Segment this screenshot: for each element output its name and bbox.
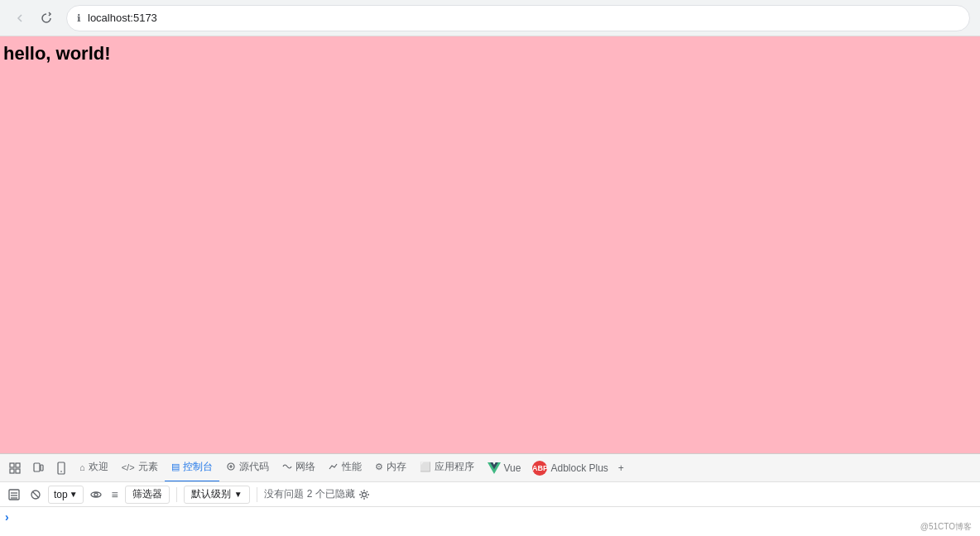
separator-2 — [257, 487, 257, 502]
svg-point-17 — [362, 492, 366, 496]
tab-application-label: 应用程序 — [435, 460, 474, 474]
tab-sources[interactable]: 源代码 — [219, 454, 276, 482]
filter-icon: ≡ — [112, 488, 118, 501]
filter-label: 筛选器 — [132, 487, 162, 501]
console-prompt-area: › — [0, 507, 980, 527]
tab-network[interactable]: 网络 — [276, 454, 322, 482]
device-toolbar-button[interactable] — [26, 457, 50, 480]
console-settings-icon[interactable] — [358, 489, 370, 500]
svg-rect-0 — [10, 463, 14, 467]
nav-buttons — [10, 8, 56, 28]
eye-button[interactable] — [87, 486, 105, 504]
tab-memory-label: 内存 — [387, 460, 406, 474]
browser-chrome: ℹ — [0, 0, 980, 36]
tab-performance[interactable]: 性能 — [322, 454, 368, 482]
plus-icon: + — [618, 462, 624, 474]
vue-icon — [488, 462, 501, 475]
svg-rect-3 — [16, 469, 20, 473]
address-input[interactable] — [88, 12, 959, 24]
address-bar-container[interactable]: ℹ — [66, 5, 970, 31]
filter-input[interactable]: 筛选器 — [125, 486, 170, 504]
clear-console-button[interactable] — [5, 486, 23, 504]
separator-1 — [176, 487, 177, 502]
tab-memory[interactable]: ⚙ 内存 — [368, 454, 413, 482]
no-issues-label: 没有问题 — [264, 487, 304, 501]
svg-point-16 — [94, 493, 98, 496]
level-filter-label: 默认级别 — [191, 487, 231, 501]
svg-rect-5 — [41, 465, 43, 471]
more-tabs-button[interactable]: + — [613, 454, 629, 482]
sources-tab-icon — [226, 462, 236, 473]
svg-line-14 — [32, 491, 39, 498]
elements-tab-icon: </> — [122, 462, 135, 472]
page-content: hello, world! — [0, 36, 980, 453]
prompt-arrow-icon: › — [5, 510, 9, 524]
devtools-tabs-bar: ⌂ 欢迎 </> 元素 ▤ 控制台 源代码 — [0, 454, 980, 482]
watermark: @51CTO博客 — [920, 521, 972, 533]
svg-rect-4 — [34, 463, 40, 471]
inspect-element-button[interactable] — [3, 457, 26, 480]
filter-section: ≡ 筛选器 — [112, 486, 170, 504]
tab-sources-label: 源代码 — [239, 460, 269, 474]
memory-tab-icon: ⚙ — [375, 462, 383, 472]
refresh-button[interactable] — [36, 8, 56, 28]
tab-welcome[interactable]: ⌂ 欢迎 — [73, 454, 115, 482]
page-heading: hello, world! — [0, 36, 980, 71]
abp-icon: ABP — [532, 461, 547, 476]
hidden-count-label: 2 个已隐藏 — [307, 487, 355, 501]
tab-vue[interactable]: Vue — [481, 454, 528, 482]
tab-abp-label: Adblock Plus — [550, 462, 608, 474]
chevron-down-icon: ▼ — [70, 490, 78, 499]
svg-rect-6 — [58, 462, 65, 474]
devtools-panel: ⌂ 欢迎 </> 元素 ▤ 控制台 源代码 — [0, 453, 980, 536]
tab-application[interactable]: ⬜ 应用程序 — [413, 454, 481, 482]
tab-welcome-label: 欢迎 — [89, 460, 108, 474]
context-label: top — [54, 489, 68, 500]
context-selector[interactable]: top ▼ — [48, 486, 84, 504]
tab-abp[interactable]: ABP Adblock Plus — [527, 454, 612, 482]
level-filter-dropdown[interactable]: 默认级别 ▼ — [184, 486, 250, 504]
tab-elements[interactable]: </> 元素 — [115, 454, 165, 482]
info-icon: ℹ — [77, 12, 81, 24]
network-tab-icon — [282, 462, 292, 473]
level-chevron-icon: ▼ — [234, 490, 243, 499]
tab-network-label: 网络 — [295, 460, 315, 474]
tab-elements-label: 元素 — [138, 460, 158, 474]
console-toolbar: top ▼ ≡ 筛选器 默认级别 ▼ 没有问题 — [0, 482, 980, 507]
back-button[interactable] — [10, 8, 30, 28]
performance-tab-icon — [329, 462, 339, 473]
tab-console[interactable]: ▤ 控制台 — [165, 454, 219, 482]
tab-console-label: 控制台 — [183, 460, 213, 474]
tab-performance-label: 性能 — [342, 460, 362, 474]
console-tab-icon: ▤ — [171, 462, 180, 472]
welcome-tab-icon: ⌂ — [79, 462, 85, 472]
mobile-view-button[interactable] — [50, 457, 73, 480]
no-icon-button[interactable] — [26, 486, 45, 504]
application-tab-icon: ⬜ — [420, 462, 431, 472]
svg-rect-2 — [10, 469, 14, 473]
svg-rect-1 — [16, 463, 20, 467]
tab-vue-label: Vue — [504, 462, 521, 474]
